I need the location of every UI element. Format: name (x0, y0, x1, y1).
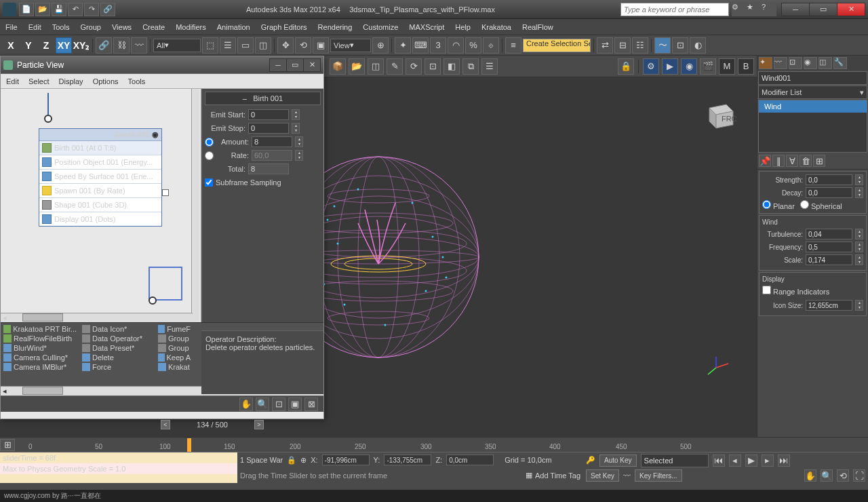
key-filter-dropdown[interactable]: Selected (641, 454, 709, 467)
pv-event-box[interactable]: Event 001 ◉ Birth 001 (At 0 T:8) Positio… (39, 128, 162, 227)
percent-snap-icon[interactable]: % (465, 37, 481, 54)
pv-minimize-button[interactable]: ─ (269, 58, 287, 72)
align-icon[interactable]: ⊟ (614, 37, 631, 54)
stack-item-wind[interactable]: Wind (759, 100, 867, 113)
named-sel-icon[interactable]: ≡ (505, 37, 521, 54)
menu-modifiers[interactable]: Modifiers (176, 23, 206, 31)
object-name-field[interactable]: Wind001 (758, 71, 867, 85)
tab-modify-icon[interactable]: 〰 (774, 57, 787, 69)
depot-fumefx[interactable]: FumeF (157, 324, 192, 334)
viewcube[interactable]: FRONT (703, 98, 736, 132)
menu-animation[interactable]: Animation (217, 23, 250, 31)
next-frame-icon[interactable]: ▸ (762, 455, 774, 467)
maximize-button[interactable]: ▭ (809, 3, 837, 16)
menu-maxscript[interactable]: MAXScript (409, 23, 444, 31)
pv-menu-options[interactable]: Options (93, 77, 119, 85)
container-update-icon[interactable]: ⟳ (406, 58, 422, 75)
selection-filter-dropdown[interactable]: All ▾ (153, 39, 201, 52)
autokey-button[interactable]: Auto Key (599, 455, 637, 467)
pv-schematic-canvas[interactable]: Event 001 ◉ Birth 001 (At 0 T:8) Positio… (1, 89, 201, 322)
coord-x-input[interactable]: -91,996cm (322, 455, 370, 465)
depot-krakatoa2[interactable]: Krakat (157, 362, 192, 372)
render-production-icon[interactable]: 🎬 (700, 58, 716, 75)
axis-x-button[interactable]: X (3, 37, 19, 54)
menu-edit[interactable]: Edit (28, 23, 41, 31)
tab-display-icon[interactable]: ◫ (818, 57, 832, 69)
menu-views[interactable]: Views (112, 23, 132, 31)
setkey-button[interactable]: Set Key (586, 469, 619, 482)
pv-slider-prev[interactable]: < (161, 420, 170, 429)
move-icon[interactable]: ✥ (277, 37, 294, 54)
decay-spinner[interactable]: ▴▾ (855, 187, 863, 198)
pv-close-button[interactable]: ✕ (303, 58, 321, 72)
key-mode-icon[interactable]: 〰 (623, 471, 631, 480)
pv-menu-tools[interactable]: Tools (128, 77, 146, 85)
depot-krakatoa-prt[interactable]: Krakatoa PRT Bir... (2, 324, 78, 334)
favorites-icon[interactable]: ★ (747, 3, 762, 16)
icon-size-spinner[interactable]: ▴▾ (855, 300, 863, 311)
add-time-tag[interactable]: Add Time Tag (535, 471, 580, 480)
show-end-result-icon[interactable]: ‖ (772, 155, 785, 167)
depot-blurwind[interactable]: BlurWind* (2, 343, 78, 353)
scale-spinner[interactable]: ▴▾ (855, 254, 863, 265)
icon-size-input[interactable]: 12,655cm (806, 300, 852, 311)
depot-group1[interactable]: Group (157, 334, 192, 343)
planar-radio[interactable]: Planar (762, 200, 795, 210)
play-icon[interactable]: ▶ (745, 455, 757, 467)
particle-view-titlebar[interactable]: Particle View ─ ▭ ✕ (1, 56, 323, 74)
tab-create-icon[interactable]: ✦ (759, 57, 772, 69)
pv-zoom-extents-icon[interactable]: ▣ (288, 398, 302, 411)
turbulence-input[interactable]: 0,04 (806, 229, 852, 239)
lock-icon[interactable]: 🔒 (618, 58, 634, 75)
render-setup-icon[interactable]: ⚙ (643, 58, 659, 75)
bind-spacewarp-icon[interactable]: 〰 (131, 37, 147, 54)
link-icon[interactable]: 🔗 (96, 37, 112, 54)
depot-delete[interactable]: Delete (81, 353, 154, 362)
menu-customize[interactable]: Customize (363, 23, 398, 31)
vp-maximize-icon[interactable]: ⛶ (853, 469, 865, 482)
amount-input[interactable]: 8 (252, 136, 292, 147)
pv-op-position[interactable]: Position Object 001 (Energy... (39, 155, 161, 170)
emit-stop-spinner[interactable]: ▴▾ (292, 123, 300, 134)
pv-menu-edit[interactable]: Edit (6, 77, 19, 85)
pv-op-display[interactable]: Display 001 (Dots) (39, 212, 161, 226)
qat-open-icon[interactable]: 📂 (35, 3, 50, 16)
tab-motion-icon[interactable]: ◉ (804, 57, 817, 69)
infocenter-icon[interactable]: ⚙ (732, 3, 747, 16)
subframe-checkbox[interactable] (205, 178, 213, 187)
menu-create[interactable]: Create (142, 23, 165, 31)
material-editor-icon[interactable]: ◐ (690, 37, 706, 54)
container-rules-icon[interactable]: ☰ (481, 58, 498, 75)
menu-rendering[interactable]: Rendering (318, 23, 353, 31)
pv-maximize-button[interactable]: ▭ (286, 58, 304, 72)
pv-empty-event[interactable] (149, 267, 182, 301)
pv-menu-select[interactable]: Select (28, 77, 50, 85)
depot-keep-apart[interactable]: Keep A (157, 353, 192, 362)
mxs-icon[interactable]: M (719, 58, 735, 75)
curve-editor-icon[interactable]: 〜 (654, 37, 671, 54)
window-crossing-icon[interactable]: ◫ (255, 37, 271, 54)
depot-camera-culling[interactable]: Camera Culling* (2, 353, 78, 362)
qat-save-icon[interactable]: 💾 (52, 3, 66, 16)
minimize-button[interactable]: ─ (781, 3, 810, 16)
spinner-snap-icon[interactable]: ⟐ (483, 37, 499, 54)
app-icon[interactable] (3, 3, 16, 16)
depot-force[interactable]: Force (81, 362, 154, 372)
key-filters-button[interactable]: Key Filters... (635, 469, 682, 482)
container-icon[interactable]: 📦 (330, 58, 346, 75)
emit-stop-input[interactable]: 0 (248, 123, 289, 134)
layers-icon[interactable]: ☷ (632, 37, 648, 54)
depot-camera-imblur[interactable]: Camera IMBlur* (2, 362, 78, 372)
container-override-icon[interactable]: ⊡ (425, 58, 441, 75)
coord-z-input[interactable]: 0,0cm (446, 455, 494, 465)
manipulate-icon[interactable]: ✦ (395, 37, 411, 54)
pv-connector-2[interactable] (149, 296, 157, 305)
pv-zoom-region-icon[interactable]: ⊡ (272, 398, 285, 411)
container-open-icon[interactable]: 📂 (349, 58, 365, 75)
pv-zoom-icon[interactable]: 🔍 (256, 398, 269, 411)
menu-realflow[interactable]: RealFlow (522, 23, 553, 31)
rate-radio[interactable] (205, 151, 214, 160)
amount-spinner[interactable]: ▴▾ (295, 136, 303, 147)
qat-new-icon[interactable]: 📄 (19, 3, 34, 16)
pv-hscrollbar[interactable]: ◂ (1, 313, 193, 322)
